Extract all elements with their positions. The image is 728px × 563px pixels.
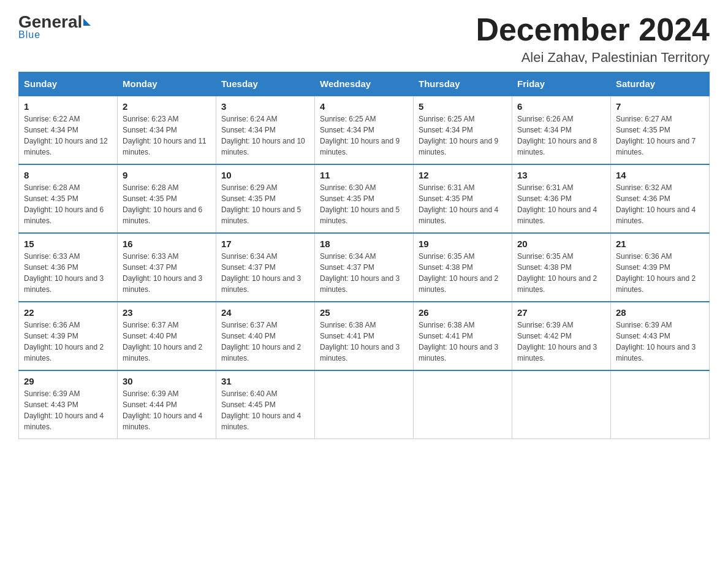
day-number: 31 — [221, 376, 309, 386]
day-info: Sunrise: 6:31 AMSunset: 4:36 PMDaylight:… — [517, 182, 605, 226]
day-number: 5 — [419, 101, 507, 112]
day-number: 15 — [24, 239, 112, 249]
day-info: Sunrise: 6:37 AMSunset: 4:40 PMDaylight:… — [221, 320, 309, 364]
calendar-table: SundayMondayTuesdayWednesdayThursdayFrid… — [18, 72, 710, 439]
calendar-cell: 25Sunrise: 6:38 AMSunset: 4:41 PMDayligh… — [315, 302, 414, 370]
day-info: Sunrise: 6:23 AMSunset: 4:34 PMDaylight:… — [123, 113, 211, 158]
column-header-thursday: Thursday — [414, 72, 512, 96]
calendar-cell — [512, 370, 611, 439]
day-info: Sunrise: 6:25 AMSunset: 4:34 PMDaylight:… — [419, 113, 507, 158]
day-number: 24 — [221, 307, 309, 318]
day-number: 6 — [517, 101, 605, 112]
title-area: December 2024 Alei Zahav, Palestinian Te… — [476, 12, 710, 66]
calendar-cell — [315, 370, 414, 439]
day-number: 17 — [221, 239, 309, 249]
day-number: 14 — [616, 170, 704, 180]
calendar-cell: 16Sunrise: 6:33 AMSunset: 4:37 PMDayligh… — [118, 233, 216, 302]
logo-triangle-icon — [83, 18, 91, 26]
day-info: Sunrise: 6:35 AMSunset: 4:38 PMDaylight:… — [517, 251, 605, 295]
calendar-week-row: 1Sunrise: 6:22 AMSunset: 4:34 PMDaylight… — [19, 96, 710, 164]
header: General Blue December 2024 Alei Zahav, P… — [18, 12, 710, 66]
calendar-cell: 10Sunrise: 6:29 AMSunset: 4:35 PMDayligh… — [216, 164, 315, 233]
day-info: Sunrise: 6:33 AMSunset: 4:37 PMDaylight:… — [123, 251, 211, 295]
day-number: 26 — [419, 307, 507, 318]
day-info: Sunrise: 6:30 AMSunset: 4:35 PMDaylight:… — [320, 182, 408, 226]
calendar-week-row: 22Sunrise: 6:36 AMSunset: 4:39 PMDayligh… — [19, 302, 710, 370]
calendar-cell: 17Sunrise: 6:34 AMSunset: 4:37 PMDayligh… — [216, 233, 315, 302]
day-info: Sunrise: 6:39 AMSunset: 4:42 PMDaylight:… — [517, 320, 605, 364]
day-info: Sunrise: 6:28 AMSunset: 4:35 PMDaylight:… — [24, 182, 112, 226]
day-info: Sunrise: 6:36 AMSunset: 4:39 PMDaylight:… — [24, 320, 112, 364]
calendar-cell: 13Sunrise: 6:31 AMSunset: 4:36 PMDayligh… — [512, 164, 611, 233]
day-info: Sunrise: 6:38 AMSunset: 4:41 PMDaylight:… — [419, 320, 507, 364]
calendar-week-row: 15Sunrise: 6:33 AMSunset: 4:36 PMDayligh… — [19, 233, 710, 302]
column-header-sunday: Sunday — [19, 72, 118, 96]
day-info: Sunrise: 6:39 AMSunset: 4:43 PMDaylight:… — [616, 320, 704, 364]
calendar-cell: 27Sunrise: 6:39 AMSunset: 4:42 PMDayligh… — [512, 302, 611, 370]
calendar-cell: 5Sunrise: 6:25 AMSunset: 4:34 PMDaylight… — [414, 96, 512, 164]
column-header-tuesday: Tuesday — [216, 72, 315, 96]
day-number: 25 — [320, 307, 408, 318]
calendar-cell: 28Sunrise: 6:39 AMSunset: 4:43 PMDayligh… — [611, 302, 710, 370]
day-info: Sunrise: 6:34 AMSunset: 4:37 PMDaylight:… — [221, 251, 309, 295]
day-number: 22 — [24, 307, 112, 318]
logo-blue-label: Blue — [18, 29, 40, 40]
calendar-cell: 4Sunrise: 6:25 AMSunset: 4:34 PMDaylight… — [315, 96, 414, 164]
day-info: Sunrise: 6:38 AMSunset: 4:41 PMDaylight:… — [320, 320, 408, 364]
day-number: 8 — [24, 170, 112, 180]
day-number: 11 — [320, 170, 408, 180]
calendar-cell: 7Sunrise: 6:27 AMSunset: 4:35 PMDaylight… — [611, 96, 710, 164]
day-number: 9 — [123, 170, 211, 180]
day-info: Sunrise: 6:28 AMSunset: 4:35 PMDaylight:… — [123, 182, 211, 226]
calendar-header-row: SundayMondayTuesdayWednesdayThursdayFrid… — [19, 72, 710, 96]
calendar-cell: 15Sunrise: 6:33 AMSunset: 4:36 PMDayligh… — [19, 233, 118, 302]
calendar-cell: 24Sunrise: 6:37 AMSunset: 4:40 PMDayligh… — [216, 302, 315, 370]
calendar-cell: 8Sunrise: 6:28 AMSunset: 4:35 PMDaylight… — [19, 164, 118, 233]
calendar-cell: 21Sunrise: 6:36 AMSunset: 4:39 PMDayligh… — [611, 233, 710, 302]
calendar-cell: 1Sunrise: 6:22 AMSunset: 4:34 PMDaylight… — [19, 96, 118, 164]
day-number: 16 — [123, 239, 211, 249]
day-info: Sunrise: 6:27 AMSunset: 4:35 PMDaylight:… — [616, 113, 704, 158]
calendar-week-row: 29Sunrise: 6:39 AMSunset: 4:43 PMDayligh… — [19, 370, 710, 439]
day-info: Sunrise: 6:36 AMSunset: 4:39 PMDaylight:… — [616, 251, 704, 295]
calendar-cell: 2Sunrise: 6:23 AMSunset: 4:34 PMDaylight… — [118, 96, 216, 164]
calendar-cell: 9Sunrise: 6:28 AMSunset: 4:35 PMDaylight… — [118, 164, 216, 233]
day-info: Sunrise: 6:33 AMSunset: 4:36 PMDaylight:… — [24, 251, 112, 295]
day-number: 27 — [517, 307, 605, 318]
day-number: 4 — [320, 101, 408, 112]
day-info: Sunrise: 6:37 AMSunset: 4:40 PMDaylight:… — [123, 320, 211, 364]
day-number: 20 — [517, 239, 605, 249]
day-info: Sunrise: 6:32 AMSunset: 4:36 PMDaylight:… — [616, 182, 704, 226]
day-info: Sunrise: 6:40 AMSunset: 4:45 PMDaylight:… — [221, 388, 309, 432]
day-info: Sunrise: 6:26 AMSunset: 4:34 PMDaylight:… — [517, 113, 605, 158]
calendar-cell: 18Sunrise: 6:34 AMSunset: 4:37 PMDayligh… — [315, 233, 414, 302]
day-number: 29 — [24, 376, 112, 386]
calendar-cell: 22Sunrise: 6:36 AMSunset: 4:39 PMDayligh… — [19, 302, 118, 370]
day-info: Sunrise: 6:24 AMSunset: 4:34 PMDaylight:… — [221, 113, 309, 158]
day-number: 3 — [221, 101, 309, 112]
day-info: Sunrise: 6:34 AMSunset: 4:37 PMDaylight:… — [320, 251, 408, 295]
day-number: 13 — [517, 170, 605, 180]
day-info: Sunrise: 6:39 AMSunset: 4:43 PMDaylight:… — [24, 388, 112, 432]
day-number: 19 — [419, 239, 507, 249]
day-number: 18 — [320, 239, 408, 249]
day-info: Sunrise: 6:39 AMSunset: 4:44 PMDaylight:… — [123, 388, 211, 432]
month-title: December 2024 — [476, 12, 710, 47]
location-subtitle: Alei Zahav, Palestinian Territory — [476, 50, 710, 66]
day-info: Sunrise: 6:35 AMSunset: 4:38 PMDaylight:… — [419, 251, 507, 295]
day-number: 1 — [24, 101, 112, 112]
day-number: 21 — [616, 239, 704, 249]
column-header-friday: Friday — [512, 72, 611, 96]
calendar-cell: 14Sunrise: 6:32 AMSunset: 4:36 PMDayligh… — [611, 164, 710, 233]
column-header-monday: Monday — [118, 72, 216, 96]
calendar-cell: 3Sunrise: 6:24 AMSunset: 4:34 PMDaylight… — [216, 96, 315, 164]
day-number: 28 — [616, 307, 704, 318]
day-info: Sunrise: 6:22 AMSunset: 4:34 PMDaylight:… — [24, 113, 112, 158]
calendar-cell: 26Sunrise: 6:38 AMSunset: 4:41 PMDayligh… — [414, 302, 512, 370]
calendar-cell: 11Sunrise: 6:30 AMSunset: 4:35 PMDayligh… — [315, 164, 414, 233]
day-number: 23 — [123, 307, 211, 318]
day-info: Sunrise: 6:31 AMSunset: 4:35 PMDaylight:… — [419, 182, 507, 226]
calendar-cell: 12Sunrise: 6:31 AMSunset: 4:35 PMDayligh… — [414, 164, 512, 233]
calendar-cell: 31Sunrise: 6:40 AMSunset: 4:45 PMDayligh… — [216, 370, 315, 439]
day-number: 2 — [123, 101, 211, 112]
